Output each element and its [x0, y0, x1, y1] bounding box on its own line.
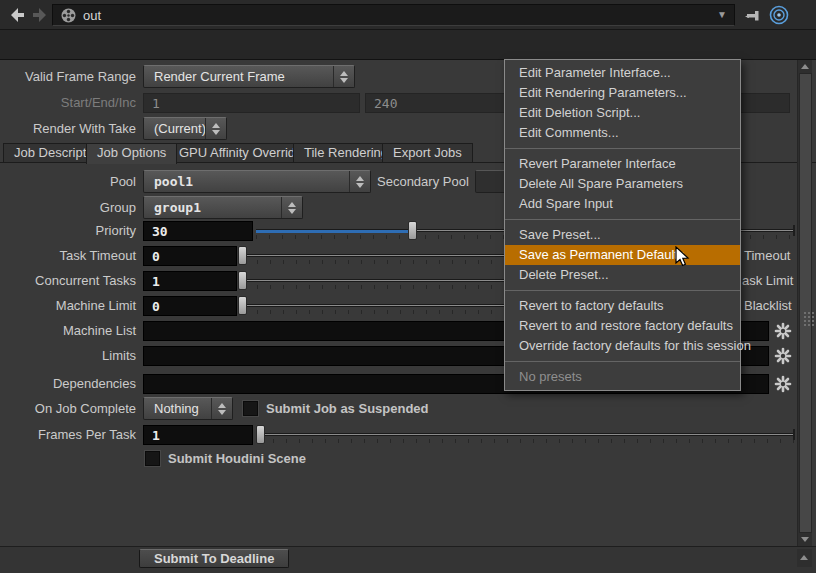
spinner-icon[interactable] [333, 66, 354, 87]
task-limit-label-fragment: ask Limit [742, 269, 793, 293]
pin-icon[interactable] [744, 6, 763, 25]
menu-item-revert-parameter-interface[interactable]: Revert Parameter Interface [505, 154, 740, 174]
network-path-bar: out ▼ [0, 0, 816, 30]
group-value: group1 [144, 200, 281, 215]
pool-value: pool1 [144, 174, 349, 189]
render-with-take-value: (Current) [144, 121, 205, 136]
film-reel-icon [60, 7, 77, 24]
frames-per-task-slider-ticks [260, 439, 795, 443]
corner-arrow-icon [800, 555, 808, 560]
menu-item-delete-preset[interactable]: Delete Preset... [505, 265, 740, 285]
machine-list-label: Machine List [0, 319, 136, 343]
houdini-window: out ▼ Deadline deadline1 ⚙ H▼ i ? [0, 0, 816, 573]
frames-per-task-slider-track[interactable] [260, 433, 795, 436]
blacklist-label-fragment: Blacklist [744, 294, 792, 318]
menu-item-revert-to-factory-defaults[interactable]: Revert to factory defaults [505, 296, 740, 316]
submit-suspended-checkbox[interactable] [243, 401, 258, 416]
menu-item-save-as-permanent-defaults[interactable]: Save as Permanent Defaults [505, 245, 740, 265]
machine-limit-slider-handle[interactable] [238, 296, 247, 315]
menu-item-delete-all-spare-parameters[interactable]: Delete All Spare Parameters [505, 174, 740, 194]
pool-dropdown[interactable]: pool1 [143, 170, 371, 193]
limits-label: Limits [0, 344, 136, 368]
spinner-icon[interactable] [281, 197, 302, 218]
valid-frame-range-value: Render Current Frame [144, 69, 333, 84]
render-with-take-dropdown[interactable]: (Current) [143, 117, 227, 140]
vertical-scrollbar[interactable] [797, 60, 812, 546]
on-job-complete-dropdown[interactable]: Nothing [143, 397, 233, 420]
priority-label: Priority [0, 219, 136, 243]
dependencies-label: Dependencies [0, 372, 136, 396]
node-header-bar: Deadline deadline1 ⚙ H▼ i ? [0, 30, 816, 60]
radial-menu-icon[interactable] [768, 4, 790, 26]
submit-to-deadline-button[interactable]: Submit To Deadline [139, 549, 289, 568]
menu-item-edit-comments[interactable]: Edit Comments... [505, 123, 740, 143]
frames-per-task-slider-handle[interactable] [256, 425, 265, 444]
concurrent-tasks-slider-handle[interactable] [238, 271, 247, 290]
concurrent-tasks-field[interactable]: 1 [143, 271, 237, 291]
menu-item-revert-and-restore-factory-defaults[interactable]: Revert to and restore factory defaults [505, 316, 740, 336]
frames-per-task-slider-endcap [792, 429, 795, 440]
valid-frame-range-label: Valid Frame Range [0, 65, 136, 89]
menu-separator [505, 219, 740, 220]
mouse-cursor [672, 246, 692, 268]
row-frames-per-task: Frames Per Task 1 [0, 423, 796, 447]
on-job-complete-label: On Job Complete [0, 397, 136, 421]
secondary-pool-label: Secondary Pool [377, 170, 469, 194]
back-arrow-icon[interactable] [8, 6, 26, 24]
pool-label: Pool [0, 170, 136, 194]
priority-slider-endcap [792, 225, 795, 236]
gear-context-menu: Edit Parameter Interface... Edit Renderi… [504, 59, 741, 391]
menu-item-edit-parameter-interface[interactable]: Edit Parameter Interface... [505, 63, 740, 83]
limits-picker-icon[interactable] [774, 347, 792, 365]
submit-scene-label: Submit Houdini Scene [168, 447, 306, 471]
task-timeout-field[interactable]: 0 [143, 246, 237, 266]
row-on-job-complete: On Job Complete Nothing Submit Job as Su… [0, 397, 796, 421]
scroll-up-icon[interactable] [801, 64, 809, 69]
task-timeout-label: Task Timeout [0, 244, 136, 268]
menu-item-edit-deletion-script[interactable]: Edit Deletion Script... [505, 103, 740, 123]
machine-list-picker-icon[interactable] [774, 322, 792, 340]
spinner-icon[interactable] [349, 171, 370, 192]
menu-separator [505, 148, 740, 149]
group-label: Group [0, 196, 136, 220]
priority-slider-handle[interactable] [408, 221, 417, 240]
spinner-icon[interactable] [205, 118, 226, 139]
spinner-icon[interactable] [211, 398, 232, 419]
task-timeout-slider-handle[interactable] [238, 246, 247, 265]
tab-export-jobs[interactable]: Export Jobs [382, 143, 473, 163]
submit-suspended-label: Submit Job as Suspended [266, 397, 429, 421]
scrollbar-thumb[interactable] [799, 73, 812, 533]
scrollbar-grip-icon [804, 312, 806, 314]
path-dropdown-arrow-icon[interactable]: ▼ [714, 8, 730, 22]
tab-job-options[interactable]: Job Options [86, 143, 177, 164]
menu-item-override-factory-defaults[interactable]: Override factory defaults for this sessi… [505, 336, 740, 356]
on-job-complete-value: Nothing [144, 401, 211, 416]
group-dropdown[interactable]: group1 [143, 196, 303, 219]
forward-arrow-icon[interactable] [31, 6, 49, 24]
network-path-text: out [83, 8, 101, 23]
frames-per-task-field[interactable]: 1 [143, 425, 253, 445]
timeout-label-fragment: Timeout [744, 244, 790, 268]
menu-item-add-spare-input[interactable]: Add Spare Input [505, 194, 740, 214]
machine-limit-label: Machine Limit [0, 294, 136, 318]
row-submit-scene: Submit Houdini Scene [0, 447, 796, 471]
menu-item-edit-rendering-parameters[interactable]: Edit Rendering Parameters... [505, 83, 740, 103]
valid-frame-range-dropdown[interactable]: Render Current Frame [143, 65, 355, 88]
start-end-inc-label: Start/End/Inc [0, 91, 136, 115]
machine-limit-field[interactable]: 0 [143, 296, 237, 316]
menu-separator [505, 290, 740, 291]
menu-separator [505, 361, 740, 362]
submit-scene-checkbox[interactable] [145, 451, 160, 466]
scroll-down-icon[interactable] [801, 537, 809, 542]
dependencies-picker-icon[interactable] [774, 375, 792, 393]
concurrent-tasks-label: Concurrent Tasks [0, 269, 136, 293]
bottom-bar [0, 546, 816, 573]
menu-item-save-preset[interactable]: Save Preset... [505, 225, 740, 245]
network-path-field[interactable]: out ▼ [52, 4, 735, 26]
start-frame-field[interactable]: 1 [143, 93, 360, 113]
priority-field[interactable]: 30 [143, 221, 253, 241]
pane-corner-control[interactable] [797, 549, 812, 567]
frames-per-task-label: Frames Per Task [0, 423, 136, 447]
menu-item-no-presets: No presets [505, 367, 740, 387]
render-with-take-label: Render With Take [0, 117, 136, 141]
